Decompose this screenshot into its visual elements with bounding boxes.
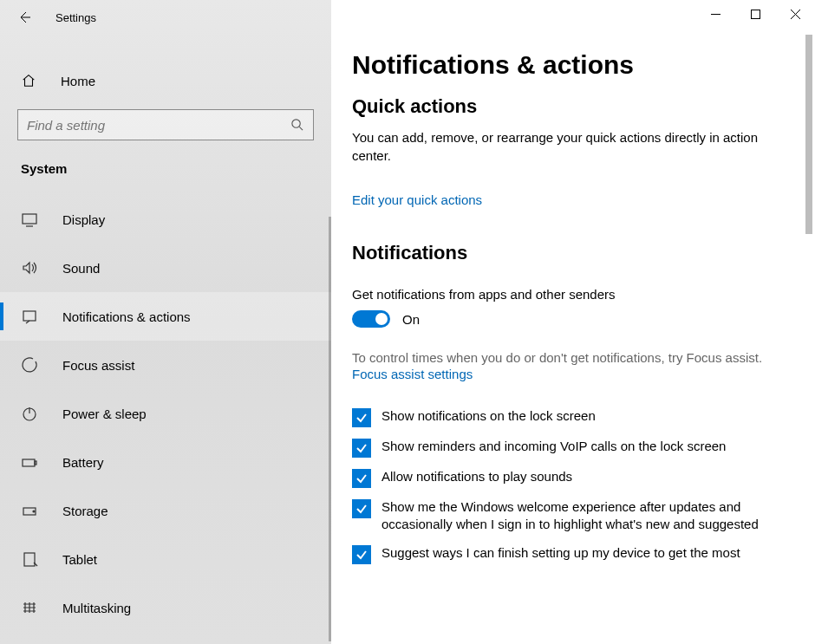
sidebar-item-power[interactable]: Power & sleep <box>0 389 331 438</box>
notifications-toggle-label: Get notifications from apps and other se… <box>352 287 784 302</box>
toggle-state: On <box>402 312 420 327</box>
checkbox-row[interactable]: Show reminders and incoming VoIP calls o… <box>352 438 784 458</box>
search-box[interactable] <box>17 109 314 140</box>
notifications-toggle[interactable] <box>352 310 390 328</box>
sidebar-item-multitasking[interactable]: Multitasking <box>0 583 331 632</box>
page-title: Notifications & actions <box>352 50 784 80</box>
nav-label: Multitasking <box>62 601 131 615</box>
display-icon <box>21 211 38 228</box>
nav-label: Sound <box>62 261 100 276</box>
minimize-button[interactable] <box>695 0 735 28</box>
checkbox-icon <box>352 545 371 564</box>
checkbox-label: Show me the Windows welcome experience a… <box>381 498 784 534</box>
sound-icon <box>21 259 38 276</box>
svg-rect-8 <box>24 553 35 566</box>
scrollbar-thumb[interactable] <box>805 35 812 234</box>
checkbox-icon <box>352 439 371 458</box>
sidebar-item-battery[interactable]: Battery <box>0 438 331 486</box>
checkbox-row[interactable]: Show me the Windows welcome experience a… <box>352 498 784 534</box>
svg-rect-5 <box>35 461 36 465</box>
edit-quick-actions-link[interactable]: Edit your quick actions <box>352 192 482 207</box>
home-label: Home <box>61 74 95 88</box>
close-button[interactable] <box>775 0 815 28</box>
nav-list: Display Sound Notifications & actions Fo… <box>0 195 331 632</box>
home-icon <box>21 73 36 88</box>
checkbox-label: Show reminders and incoming VoIP calls o… <box>381 438 726 455</box>
content: Notifications & actions Quick actions Yo… <box>331 0 815 644</box>
app-title: Settings <box>55 11 96 24</box>
nav-label: Power & sleep <box>62 407 147 421</box>
svg-point-7 <box>33 511 35 512</box>
category-label: System <box>0 140 331 186</box>
window-controls <box>695 0 815 28</box>
svg-rect-4 <box>23 459 35 466</box>
nav-label: Tablet <box>62 552 97 567</box>
battery-icon <box>21 453 38 471</box>
svg-rect-9 <box>751 10 760 18</box>
search-input[interactable] <box>27 118 290 133</box>
sidebar-item-display[interactable]: Display <box>0 195 331 244</box>
checkbox-label: Allow notifications to play sounds <box>381 468 572 485</box>
notifications-heading: Notifications <box>352 242 784 264</box>
search-icon <box>290 118 304 132</box>
multitasking-icon <box>21 599 38 616</box>
sidebar-home[interactable]: Home <box>0 62 331 99</box>
focus-assist-icon <box>21 356 38 374</box>
power-icon <box>21 405 38 422</box>
nav-label: Notifications & actions <box>62 309 191 324</box>
sidebar-item-storage[interactable]: Storage <box>0 486 331 535</box>
maximize-button[interactable] <box>735 0 775 28</box>
sidebar-item-tablet[interactable]: Tablet <box>0 535 331 583</box>
notifications-icon <box>21 308 38 325</box>
svg-rect-1 <box>23 214 36 224</box>
storage-icon <box>21 502 38 519</box>
main-pane: Notifications & actions Quick actions Yo… <box>331 0 815 644</box>
nav-label: Focus assist <box>62 358 134 373</box>
sidebar-item-notifications[interactable]: Notifications & actions <box>0 292 331 341</box>
sidebar: Settings Home System Display <box>0 0 331 644</box>
quick-actions-heading: Quick actions <box>352 95 784 118</box>
focus-assist-hint: To control times when you do or don't ge… <box>352 348 784 367</box>
checkbox-icon <box>352 408 371 427</box>
checkbox-row[interactable]: Suggest ways I can finish setting up my … <box>352 544 784 564</box>
checkbox-label: Suggest ways I can finish setting up my … <box>381 544 740 562</box>
checkbox-row[interactable]: Show notifications on the lock screen <box>352 407 784 427</box>
svg-point-0 <box>292 120 300 127</box>
checkbox-row[interactable]: Allow notifications to play sounds <box>352 468 784 488</box>
nav-label: Display <box>62 212 105 227</box>
checkbox-icon <box>352 499 371 518</box>
nav-label: Battery <box>62 455 104 470</box>
checkbox-label: Show notifications on the lock screen <box>381 407 596 425</box>
nav-label: Storage <box>62 504 108 518</box>
tablet-icon <box>21 550 38 568</box>
titlebar: Settings <box>0 0 331 35</box>
back-icon[interactable] <box>17 10 31 24</box>
focus-assist-link[interactable]: Focus assist settings <box>352 367 473 381</box>
quick-actions-desc: You can add, remove, or rearrange your q… <box>352 128 784 165</box>
checkbox-icon <box>352 469 371 488</box>
main-scrollbar[interactable] <box>803 35 815 644</box>
sidebar-item-focus-assist[interactable]: Focus assist <box>0 341 331 389</box>
sidebar-item-sound[interactable]: Sound <box>0 244 331 292</box>
svg-rect-2 <box>23 311 36 321</box>
